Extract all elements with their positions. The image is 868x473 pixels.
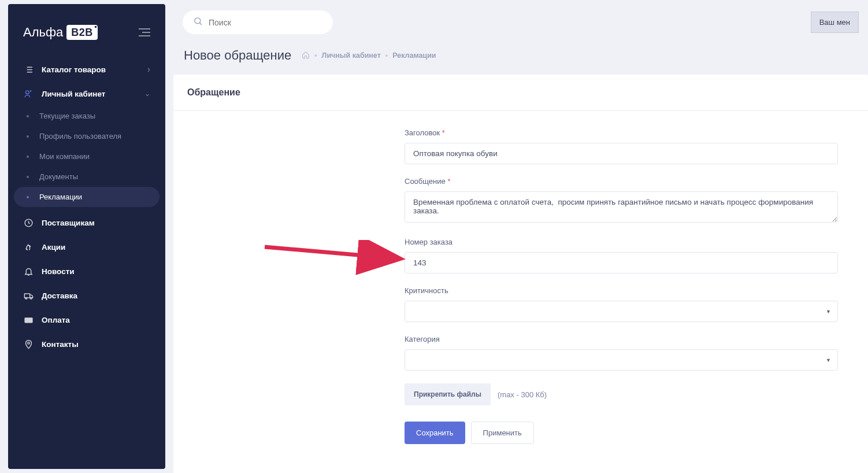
submenu: Текущие заказы Профиль пользователя Мои … [14,106,159,210]
truck-icon [23,290,34,301]
form-actions: Сохранить Применить [405,422,838,444]
hamburger-icon[interactable] [139,28,150,36]
submenu-item-documents[interactable]: Документы [14,167,159,187]
sidebar-item-label: Доставка [42,291,77,300]
submenu-item-companies[interactable]: Мои компании [14,146,159,167]
submenu-item-label: Текущие заказы [39,112,95,120]
sidebar: Альфа B2B Каталог товаров Личный кабинет… [8,4,165,469]
svg-rect-9 [24,293,29,297]
message-textarea[interactable]: Временная проблема с оплатой счета, прос… [405,191,838,223]
svg-point-6 [25,90,29,94]
card-icon [23,315,34,325]
submenu-item-profile[interactable]: Профиль пользователя [14,126,159,146]
pin-icon [23,339,34,349]
sidebar-header: Альфа B2B [8,9,165,57]
submenu-item-orders[interactable]: Текущие заказы [14,106,159,126]
attach-hint: (max - 300 Кб) [498,390,547,399]
submenu-item-label: Мои компании [39,152,90,161]
sidebar-item-label: Личный кабинет [42,90,105,98]
list-icon [23,64,34,75]
svg-point-13 [27,342,29,344]
sidebar-item-label: Поставщикам [42,219,95,227]
sidebar-item-delivery[interactable]: Доставка [14,283,159,308]
sidebar-item-account[interactable]: Личный кабинет [14,82,159,106]
breadcrumb: • Личный кабинет • Рекламации [302,51,436,61]
attach-button[interactable]: Прикрепить файлы [405,383,491,405]
apply-button[interactable]: Применить [471,422,534,444]
search-input[interactable] [209,18,322,27]
submenu-item-label: Рекламации [39,193,82,201]
search-icon [193,16,203,28]
breadcrumb-account[interactable]: Личный кабинет [322,51,381,60]
home-icon[interactable] [302,51,310,61]
sidebar-item-label: Каталог товаров [42,65,106,74]
bell-icon [23,266,34,276]
breadcrumb-sep: • [314,51,317,60]
sidebar-item-label: Новости [42,267,75,276]
breadcrumb-complaints[interactable]: Рекламации [392,51,436,60]
user-menu-label: Ваш мен [819,18,850,27]
user-icon [23,88,34,99]
topbar: Ваш мен [173,0,868,40]
message-label: Сообщение * [405,177,838,186]
attach-row: Прикрепить файлы (max - 300 Кб) [405,383,838,405]
form-group-message: Сообщение * Временная проблема с оплатой… [405,177,838,225]
title-label: Заголовок * [405,128,838,137]
sidebar-item-label: Контакты [42,340,79,349]
svg-point-7 [30,90,31,91]
submenu-item-label: Профиль пользователя [39,132,121,141]
form-body: Заголовок * Сообщение * Временная пробле… [173,111,868,461]
sidebar-item-news[interactable]: Новости [14,259,159,283]
rocket-icon [23,242,34,252]
card-header: Обращение [173,75,868,111]
content-card: Обращение Заголовок * Сообщение * Времен… [173,75,868,473]
form-group-priority: Критичность [405,286,838,322]
sidebar-item-contacts[interactable]: Контакты [14,332,159,356]
save-button[interactable]: Сохранить [405,422,465,444]
logo-badge: B2B [66,25,98,40]
page-header: Новое обращение • Личный кабинет • Рекла… [173,40,868,75]
sidebar-item-catalog[interactable]: Каталог товаров [14,57,159,82]
submenu-item-complaints[interactable]: Рекламации [14,187,159,207]
clock-icon [23,217,34,228]
main: Ваш мен Новое обращение • Личный кабинет… [173,0,868,473]
order-input[interactable] [405,252,838,274]
title-input[interactable] [405,143,838,164]
card-title: Обращение [187,87,854,98]
logo-text: Альфа [23,25,63,40]
priority-select[interactable] [405,301,838,322]
category-select[interactable] [405,349,838,371]
search-box[interactable] [183,10,333,34]
page-title: Новое обращение [184,48,291,63]
form-group-category: Категория [405,335,838,371]
priority-label: Критичность [405,286,838,295]
category-label: Категория [405,335,838,343]
breadcrumb-sep: • [385,51,388,60]
svg-line-15 [199,23,202,25]
form-group-order: Номер заказа [405,238,838,274]
sidebar-item-suppliers[interactable]: Поставщикам [14,210,159,235]
sidebar-item-promo[interactable]: Акции [14,235,159,259]
submenu-item-label: Документы [39,172,78,181]
sidebar-item-label: Оплата [42,316,70,324]
svg-point-14 [195,18,201,24]
user-menu-button[interactable]: Ваш мен [811,12,859,33]
sidebar-menu: Каталог товаров Личный кабинет Текущие з… [8,57,165,356]
form-group-title: Заголовок * [405,128,838,164]
logo[interactable]: Альфа B2B [23,25,98,40]
order-label: Номер заказа [405,238,838,246]
svg-rect-12 [24,317,32,323]
sidebar-item-label: Акции [42,243,65,252]
sidebar-item-payment[interactable]: Оплата [14,308,159,332]
